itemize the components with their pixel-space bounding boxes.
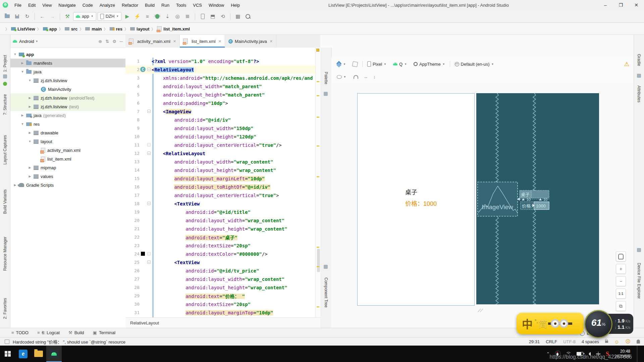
indent-setting[interactable]: 4 spaces <box>582 339 599 344</box>
code-line[interactable]: 10 android:layout_height="120dp" <box>125 132 316 141</box>
code-line[interactable]: 30 android:textSize="20sp" <box>125 300 316 308</box>
close-icon[interactable]: ✕ <box>218 39 221 44</box>
tool-window-button[interactable]: ≡ TODO <box>11 330 29 335</box>
scrollbar-thumb[interactable] <box>317 249 320 272</box>
close-button[interactable]: ✕ <box>629 0 644 10</box>
design-surface-selector[interactable]: ▼ <box>335 61 348 67</box>
menu-item[interactable]: Run <box>158 2 172 9</box>
palette-tab[interactable]: Palette <box>320 66 331 90</box>
code-line[interactable]: 15 android:layout_marginLeft="10dp" <box>125 174 316 183</box>
warning-stripe-mark[interactable] <box>317 247 319 248</box>
warning-icon[interactable]: ⚠ <box>624 61 629 68</box>
show-desktop-button[interactable] <box>637 346 639 362</box>
lock-icon[interactable] <box>605 341 608 343</box>
tool-button-structure[interactable]: 7: Structure <box>0 88 10 121</box>
breadcrumb-item[interactable]: 〉 main <box>77 26 102 32</box>
profiler-icon[interactable]: ◎ <box>173 12 182 20</box>
sync-icon[interactable]: ↻ <box>23 12 32 20</box>
code-line[interactable]: 22 android:text="桌子" <box>125 233 316 241</box>
default-margins-icon[interactable]: ↔ <box>364 74 368 79</box>
code-line[interactable]: 21 android:layout_height="wrap_content" <box>125 225 316 233</box>
warning-stripe-mark[interactable] <box>317 176 319 177</box>
tree-item-zj-dzh-listview[interactable]: ▼zj.dzh.listview <box>10 76 125 85</box>
code-line[interactable]: 9 android:layout_width="150dp" <box>125 124 316 132</box>
inspection-indicator-icon[interactable] <box>316 49 319 52</box>
component-tree-tab[interactable]: Component Tree <box>320 271 331 314</box>
code-line[interactable]: 27 android:layout_width="wrap_content" <box>125 275 316 283</box>
code-line[interactable]: 23 android:textSize="20sp" <box>125 241 316 250</box>
warning-stripe-mark[interactable] <box>317 117 319 118</box>
breadcrumb-item[interactable]: 〉 res <box>102 26 123 32</box>
tool-window-button[interactable]: ≡ 6: Logcat <box>37 330 60 335</box>
breadcrumb-item[interactable]: 〉 layout <box>122 26 149 32</box>
gradle-sync-icon[interactable]: ⟲ <box>218 12 227 20</box>
tool-button-layout-captures[interactable]: Layout Captures <box>0 129 10 171</box>
menu-item[interactable]: Build <box>142 2 158 9</box>
tree-item-app[interactable]: ▼app <box>10 50 125 59</box>
minimize-button[interactable]: – <box>598 0 613 10</box>
code-editor[interactable]: 1<?xml version="1.0" encoding="utf-8"?>2… <box>125 48 320 318</box>
breadcrumb-item[interactable]: 〉 list_item.xml <box>149 26 190 32</box>
locate-file-icon[interactable]: ⊕ <box>98 39 102 44</box>
tree-item-drawable[interactable]: ▶drawable <box>10 128 125 137</box>
wifi-icon[interactable] <box>566 352 571 356</box>
code-line[interactable]: 17 android:layout_centerVertical="true"> <box>125 191 316 199</box>
device-preview[interactable]: 桌子 价格：1000 <box>357 93 475 306</box>
fold-marker-icon[interactable]: − <box>147 152 151 155</box>
taskbar-clock[interactable]: 20:48 2020/6/9 <box>614 349 630 359</box>
code-line[interactable]: 26 android:id="@+id/tv_price" <box>125 266 316 275</box>
close-icon[interactable]: ✕ <box>173 39 176 44</box>
back-icon[interactable]: ← <box>38 12 47 20</box>
autoconnect-magnet-icon[interactable] <box>354 75 358 79</box>
debug-icon[interactable] <box>153 12 162 20</box>
tool-button-project[interactable]: 1: Project <box>0 48 10 78</box>
fold-marker-icon[interactable]: − <box>147 68 151 71</box>
blueprint-imageview-box[interactable] <box>478 182 518 216</box>
tree-item-values[interactable]: ▶values <box>10 172 125 181</box>
code-line[interactable]: 14 android:layout_height="wrap_content" <box>125 166 316 174</box>
menu-item[interactable]: File <box>11 2 24 9</box>
start-button[interactable] <box>0 346 15 362</box>
tool-button-resource-manager[interactable]: Resource Manager <box>0 231 10 277</box>
tab-list-item-xml[interactable]: list_item.xml✕ <box>180 35 225 48</box>
tree-item-gradle-scripts[interactable]: ▶Gradle Scripts <box>10 181 125 189</box>
device-combo[interactable]: Pixel▼ <box>365 60 388 68</box>
warning-stripe-mark[interactable] <box>317 306 319 307</box>
code-line[interactable]: 24− android:textColor="#000000"/> <box>125 250 316 258</box>
line-ending[interactable]: CRLF <box>546 339 557 344</box>
menu-item[interactable]: Tools <box>173 2 189 9</box>
project-view-dropdown-icon[interactable]: ▼ <box>36 40 38 43</box>
tree-item-layout[interactable]: ▼layout <box>10 137 125 146</box>
view-options-selector[interactable]: ▼ <box>335 74 348 80</box>
happy-face-icon[interactable]: ☺ <box>614 339 619 345</box>
tray-expand-icon[interactable]: ⌃ <box>546 352 550 356</box>
memory-ball-widget[interactable]: 61% <box>584 310 612 338</box>
context-badge-icon[interactable]: C <box>140 67 146 72</box>
taskbar-android-studio-icon[interactable] <box>46 346 62 362</box>
tree-item-activity-main-xml[interactable]: activity_main.xml <box>10 146 125 155</box>
taskbar-browser-icon[interactable]: e <box>15 346 31 362</box>
project-view-selector[interactable]: Android <box>19 39 34 44</box>
breadcrumb-item[interactable]: 〉 app <box>35 26 57 32</box>
tool-window-button[interactable]: ⚒ Build <box>68 330 84 335</box>
tree-item-java[interactable]: ▶java(generated) <box>10 111 125 120</box>
maximize-button[interactable]: ❐ <box>613 0 629 10</box>
battery-icon[interactable] <box>577 352 583 356</box>
toolwindow-toggle-icon[interactable] <box>5 340 9 344</box>
code-line[interactable]: 19 android:id="@+id/title" <box>125 208 316 216</box>
settings-gear-icon[interactable]: ⚙ <box>112 39 116 44</box>
design-canvas[interactable]: 桌子 价格：1000 ImageView 桌子 10 1 <box>331 82 634 328</box>
open-icon[interactable] <box>3 12 11 20</box>
device-selector[interactable]: DZH▼ <box>98 12 122 21</box>
menu-item[interactable]: Help <box>228 2 243 9</box>
code-line[interactable]: 29 android:text="价格： " <box>125 292 316 300</box>
speaker-icon[interactable] <box>589 352 591 356</box>
code-line[interactable]: 4 android:layout_width="match_parent" <box>125 82 316 90</box>
menu-item[interactable]: Navigate <box>55 2 78 9</box>
tool-button-device-file-explorer[interactable]: Device File Explorer <box>634 254 644 308</box>
menu-item[interactable]: Refactor <box>119 2 141 9</box>
locale-combo[interactable]: Default (en-us)▼ <box>453 61 496 68</box>
preview-price-text[interactable]: 价格：1000 <box>405 199 437 207</box>
tool-button-favorites[interactable]: 2: Favorites <box>0 292 10 324</box>
code-line[interactable]: 28 android:layout_height="wrap_content" <box>125 283 316 292</box>
